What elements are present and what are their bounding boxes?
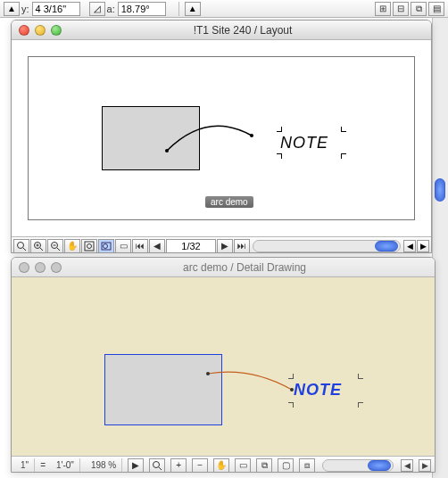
svg-point-17 <box>153 461 160 467</box>
scale-right: 1'-0" <box>51 458 80 473</box>
scroll-right-button-2[interactable]: ▶ <box>419 459 431 472</box>
y-label: y: <box>21 4 29 14</box>
scroll-left-button-2[interactable]: ◀ <box>401 459 413 472</box>
zoom-fit-button-2[interactable]: ▭ <box>235 458 251 473</box>
layout-bottombar: ✋ ▭ ⏮ ◀ 1/32 ▶ ⏭ ◀ ▶ <box>12 236 431 253</box>
detail-frame: NOTE <box>12 277 435 456</box>
hscroll-track-2[interactable] <box>322 459 394 472</box>
zoom-in-button-2[interactable]: + <box>170 458 187 473</box>
tool-icon[interactable]: ▲ <box>185 2 201 16</box>
detail-caption[interactable]: arc demo <box>205 196 253 208</box>
note-annotation[interactable]: NOTE <box>280 134 328 152</box>
crop-mark-tl-2 <box>286 372 294 379</box>
nav-last-button[interactable]: ⏭ <box>234 239 250 253</box>
traffic-lights <box>19 25 62 36</box>
toolbar-btn-2[interactable]: ⊟ <box>393 2 409 16</box>
toolbar-btn-1[interactable]: ⊞ <box>375 2 391 16</box>
pan-button[interactable]: ✋ <box>64 239 80 253</box>
zoom-marquee-button-2[interactable]: ⧉ <box>256 458 272 473</box>
hscroll-thumb-2[interactable] <box>368 460 391 471</box>
zoom-actual-button-2[interactable] <box>149 458 165 473</box>
zoom-out-button-2[interactable]: − <box>192 458 208 473</box>
zoom-button[interactable] <box>51 25 62 36</box>
scale-left: 1" <box>15 458 35 473</box>
svg-line-3 <box>23 248 26 251</box>
page-indicator[interactable]: 1/32 <box>166 239 216 253</box>
crop-mark-bl <box>275 153 282 161</box>
page-frame: NOTE arc demo <box>28 56 415 220</box>
crop-mark-tr-2 <box>358 372 365 379</box>
zoom-in-button[interactable] <box>30 239 46 253</box>
close-button[interactable] <box>19 25 29 36</box>
minimize-button-2[interactable] <box>35 262 46 273</box>
crop-mark-tr <box>341 125 348 132</box>
zoom-actual-button[interactable] <box>13 239 29 253</box>
layout-window: !T1 Site 240 / Layout NOTE arc demo ✋ ▭ … <box>11 20 432 253</box>
svg-line-10 <box>57 248 60 251</box>
scroll-left-button[interactable]: ◀ <box>403 240 416 252</box>
hscroll-track[interactable] <box>253 240 401 252</box>
svg-point-14 <box>104 243 108 248</box>
detail-canvas[interactable]: NOTE <box>12 277 435 456</box>
a-value[interactable]: 18.79° <box>118 2 166 16</box>
nav-first-button[interactable]: ⏮ <box>132 239 148 253</box>
rectangle-shape-2[interactable] <box>104 354 222 425</box>
zoom-extra-button-2[interactable]: ⧈ <box>299 458 315 473</box>
svg-rect-11 <box>85 242 94 251</box>
y-value[interactable]: 4 3/16" <box>32 2 80 16</box>
scroll-right-button[interactable]: ▶ <box>417 240 429 252</box>
zoom-out-button[interactable] <box>47 239 63 253</box>
crop-mark-tl <box>275 125 282 132</box>
anchor-icon: ▲ <box>4 2 20 16</box>
minimize-button[interactable] <box>35 25 46 36</box>
zoom-readout[interactable]: 198 % <box>86 458 122 473</box>
crop-mark-br-2 <box>358 402 365 409</box>
hscroll-thumb[interactable] <box>375 241 398 251</box>
svg-point-1 <box>250 134 253 137</box>
crop-mark-br <box>341 153 348 161</box>
crop-mark-bl-2 <box>286 402 294 409</box>
zoom-marquee-button[interactable] <box>98 239 114 253</box>
detail-titlebar[interactable]: arc demo / Detail Drawing <box>12 258 435 277</box>
svg-line-7 <box>40 248 43 251</box>
separator <box>178 2 179 16</box>
note-annotation-2[interactable]: NOTE <box>294 381 342 400</box>
a-field: a: 18.79° <box>107 2 166 16</box>
svg-line-18 <box>159 467 162 470</box>
a-label: a: <box>107 4 115 14</box>
svg-point-12 <box>87 243 92 248</box>
scale-equals: = <box>40 460 46 470</box>
traffic-lights-2 <box>19 262 62 273</box>
angle-icon: ◿ <box>89 2 105 16</box>
zoom-page-button[interactable]: ▭ <box>115 239 131 253</box>
toolbar-btn-3[interactable]: ⧉ <box>411 2 427 16</box>
pan-button-2[interactable]: ✋ <box>213 458 229 473</box>
rectangle-shape[interactable] <box>102 106 200 170</box>
detail-title: arc demo / Detail Drawing <box>62 261 427 274</box>
layout-title: !T1 Site 240 / Layout <box>62 24 424 37</box>
zoom-fit-button[interactable] <box>81 239 97 253</box>
detail-window: arc demo / Detail Drawing NOTE 1" = 1'-0… <box>11 257 436 473</box>
close-button-2[interactable] <box>19 262 29 273</box>
vscroll-thumb-1[interactable] <box>435 178 445 202</box>
play-button[interactable]: ▶ <box>128 458 144 473</box>
svg-point-2 <box>18 242 24 248</box>
layout-titlebar[interactable]: !T1 Site 240 / Layout <box>12 21 431 40</box>
layout-canvas[interactable]: NOTE arc demo <box>12 40 431 236</box>
zoom-button-2[interactable] <box>51 262 62 273</box>
top-info-bar: ▲ y: 4 3/16" ◿ a: 18.79° ▲ ⊞ ⊟ ⧉ ▤ <box>0 0 448 18</box>
toolbar-btn-4[interactable]: ▤ <box>428 2 444 16</box>
y-field: y: 4 3/16" <box>21 2 80 16</box>
nav-prev-button[interactable]: ◀ <box>149 239 165 253</box>
nav-next-button[interactable]: ▶ <box>217 239 233 253</box>
detail-statusbar: 1" = 1'-0" 198 % ▶ + − ✋ ▭ ⧉ ▢ ⧈ ◀ ▶ <box>12 456 435 473</box>
zoom-page-button-2[interactable]: ▢ <box>278 458 294 473</box>
